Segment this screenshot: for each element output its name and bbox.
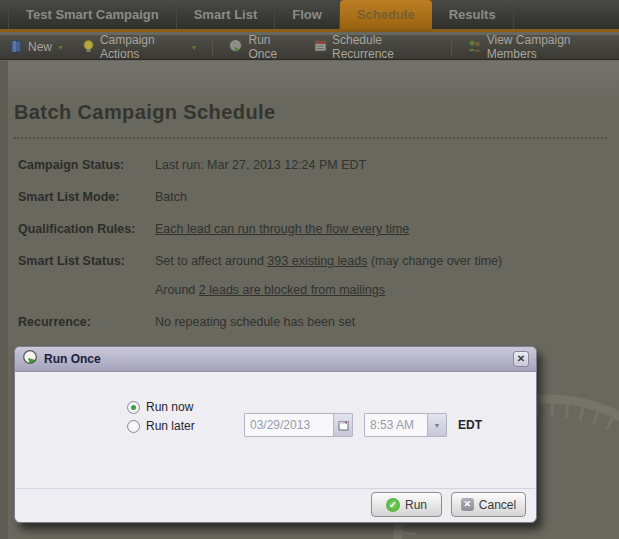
timezone-label: EDT (458, 413, 482, 437)
cancel-button[interactable]: ✕ Cancel (451, 492, 526, 517)
run-once-label: Run Once (248, 33, 296, 61)
run-once-button[interactable]: Run Once (219, 35, 305, 59)
page-title: Batch Campaign Schedule (14, 101, 275, 124)
blocked-leads-link[interactable]: 2 leads are blocked from mailings (199, 283, 385, 297)
smart-list-mode-value: Batch (155, 189, 187, 205)
members-icon (467, 39, 482, 56)
tab-schedule[interactable]: Schedule (340, 0, 432, 29)
smart-list-status-label: Smart List Status: (18, 253, 155, 298)
schedule-recurrence-button[interactable]: Schedule Recurrence (305, 35, 445, 59)
run-once-dialog: Run Once ✕ Run now Run later ▼ EDT ✓ Run (14, 346, 537, 523)
run-time-field: ▼ (364, 413, 447, 437)
campaign-status-value: Last run: Mar 27, 2013 12:24 PM EDT (155, 157, 366, 173)
check-icon: ✓ (386, 498, 400, 512)
run-later-label: Run later (146, 419, 195, 433)
schedule-recurrence-label: Schedule Recurrence (332, 33, 436, 61)
dropdown-arrow-icon: ▼ (57, 44, 64, 51)
run-button-label: Run (405, 498, 427, 512)
recurrence-value: No repeating schedule has been set (155, 314, 355, 330)
qualification-rules-link[interactable]: Each lead can run through the flow every… (155, 222, 409, 236)
cancel-button-label: Cancel (479, 498, 516, 512)
run-button[interactable]: ✓ Run (371, 492, 442, 517)
app-window: Test Smart Campaign Smart List Flow Sche… (0, 0, 619, 539)
qualification-rules-label: Qualification Rules: (18, 221, 155, 237)
existing-leads-link[interactable]: 393 existing leads (267, 254, 367, 268)
campaign-status-row: Campaign Status: Last run: Mar 27, 2013 … (18, 157, 609, 173)
run-later-radio-circle[interactable] (127, 420, 140, 433)
date-picker-icon[interactable] (333, 414, 352, 436)
recurrence-row: Recurrence: No repeating schedule has be… (18, 314, 609, 330)
cancel-x-icon: ✕ (461, 498, 474, 511)
toolbar-separator (212, 38, 213, 56)
run-now-label: Run now (146, 400, 193, 414)
run-once-dialog-icon (22, 349, 38, 369)
toolbar-separator (451, 38, 452, 56)
close-icon[interactable]: ✕ (513, 351, 529, 367)
dropdown-arrow-icon: ▼ (191, 44, 198, 51)
smart-list-status-prefix: Set to affect around (155, 254, 267, 268)
smart-list-mode-row: Smart List Mode: Batch (18, 189, 609, 205)
new-label: New (28, 40, 52, 54)
tab-flow[interactable]: Flow (275, 0, 340, 29)
run-later-radio[interactable]: Run later (127, 419, 195, 433)
smart-list-status-row: Smart List Status: Set to affect around … (18, 253, 609, 298)
view-campaign-members-label: View Campaign Members (487, 33, 610, 61)
run-date-input[interactable] (245, 414, 333, 436)
run-time-input[interactable] (365, 414, 427, 436)
dialog-header: Run Once ✕ (15, 347, 536, 372)
dialog-title: Run Once (44, 352, 101, 366)
tab-test-smart-campaign[interactable]: Test Smart Campaign (8, 0, 177, 29)
run-date-field (244, 413, 353, 437)
chevron-down-icon[interactable]: ▼ (427, 414, 446, 436)
campaign-status-label: Campaign Status: (18, 157, 155, 173)
smart-list-status-suffix: (may change over time) (367, 254, 502, 268)
calendar-icon (314, 39, 327, 55)
schedule-toolbar: New ▼ Campaign Actions ▼ Run Once Schedu… (0, 35, 619, 60)
title-divider (14, 137, 607, 139)
recurrence-label: Recurrence: (18, 314, 155, 330)
campaign-summary: Campaign Status: Last run: Mar 27, 2013 … (18, 157, 609, 346)
qualification-rules-row: Qualification Rules: Each lead can run t… (18, 221, 609, 237)
blocked-leads-prefix: Around (155, 283, 199, 297)
smart-list-mode-label: Smart List Mode: (18, 189, 155, 205)
run-now-radio[interactable]: Run now (127, 400, 193, 414)
campaign-actions-button[interactable]: Campaign Actions ▼ (73, 35, 207, 59)
campaign-actions-label: Campaign Actions (100, 33, 186, 61)
tab-smart-list[interactable]: Smart List (177, 0, 276, 29)
new-button[interactable]: New ▼ (0, 35, 73, 59)
tab-results[interactable]: Results (432, 0, 514, 29)
run-once-icon (228, 38, 243, 56)
footer-divider (16, 488, 535, 489)
campaign-tab-bar: Test Smart Campaign Smart List Flow Sche… (0, 0, 619, 32)
view-campaign-members-button[interactable]: View Campaign Members (458, 35, 619, 59)
lightbulb-icon (82, 39, 95, 56)
run-now-radio-circle[interactable] (127, 401, 140, 414)
new-binder-icon (9, 39, 23, 56)
